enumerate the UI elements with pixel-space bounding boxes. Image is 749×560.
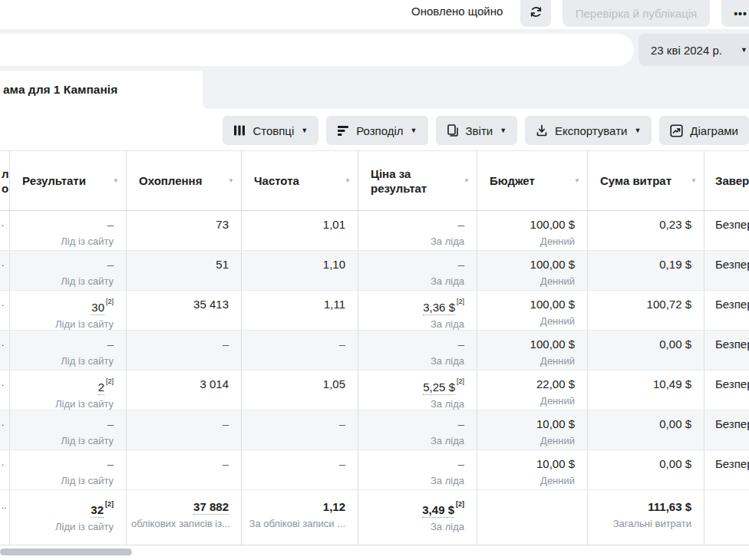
header-ends[interactable]: Завер: [704, 151, 749, 210]
table-row[interactable]: . – Лід із сайту 73 1,01 – За ліда 100,0…: [0, 211, 749, 251]
ends-cell: Безпер: [704, 291, 749, 330]
table-row[interactable]: . – Лід із сайту – – – За ліда 100,00 $ …: [0, 331, 749, 371]
charts-button[interactable]: Діаграми: [659, 116, 749, 145]
date-range-selector[interactable]: 23 кві 2024 р. ▼: [638, 34, 749, 66]
filter-band: 23 кві 2024 р. ▼: [0, 29, 749, 71]
spent-cell: 0,23 $: [588, 211, 704, 250]
header-reach[interactable]: Охоплення ▼: [127, 151, 242, 210]
table-toolbar: Стовпці ▼ Розподіл ▼ Звіти ▼ Експортуват…: [0, 109, 749, 150]
table-row[interactable]: . – Лід із сайту – – – За ліда 10,00 $ Д…: [0, 450, 749, 490]
header-results[interactable]: Результати ▼: [10, 151, 127, 210]
row-name-fragment: .: [0, 371, 10, 410]
spent-cell: 0,00 $: [588, 410, 704, 450]
table-row[interactable]: . 2[2] Ліди із сайту 3 014 1,05 5,25 $[2…: [0, 371, 749, 410]
reports-label: Звіти: [466, 124, 493, 137]
budget-cell: 100,00 $ Денний: [477, 251, 588, 290]
refresh-icon: [529, 5, 543, 22]
spent-cell: 0,00 $: [588, 331, 704, 370]
spent-cell: 100,72 $: [588, 291, 704, 330]
cost-per-result-cell: – За ліда: [358, 410, 477, 450]
budget-cell: 10,00 $ Денний: [477, 450, 588, 489]
columns-label: Стовпці: [252, 124, 294, 137]
review-publish-button[interactable]: Перевірка й публікація: [563, 0, 710, 27]
chart-icon: [670, 124, 683, 137]
cost-per-result-cell: – За ліда: [358, 331, 477, 370]
frequency-cell: 1,01: [242, 211, 358, 250]
frequency-cell: –: [242, 331, 358, 370]
results-cell: – Лід із сайту: [10, 450, 127, 489]
header-fragment: л: [2, 166, 9, 181]
columns-button[interactable]: Стовпці ▼: [223, 116, 318, 145]
row-name-fragment: .: [0, 450, 10, 489]
header-fragment: о: [2, 181, 8, 196]
table-header-row: л о Результати ▼ Охоплення ▼ Частота ▼ Ц…: [0, 150, 749, 211]
frequency-cell: –: [242, 450, 358, 489]
budget-cell: 100,00 $ Денний: [477, 331, 588, 370]
ends-total-cell: [704, 490, 749, 545]
reports-button[interactable]: Звіти ▼: [436, 116, 518, 145]
reach-cell: 73: [127, 211, 242, 250]
results-cell: 30[2] Ліди із сайту: [10, 291, 127, 330]
header-amount-spent[interactable]: Сума витрат ▼: [588, 151, 704, 210]
reach-cell: –: [127, 450, 242, 489]
header-truncated-column[interactable]: л о: [0, 151, 10, 210]
budget-cell: 100,00 $ Денний: [477, 211, 588, 250]
breakdown-icon: [337, 124, 349, 137]
budget-total-cell: [477, 490, 588, 545]
scrollbar-thumb[interactable]: [0, 548, 132, 555]
sort-caret-icon: ▼: [228, 177, 234, 184]
spent-total-cell: 111,63 $ Загальні витрати: [588, 490, 704, 545]
budget-cell: 100,00 $ Денний: [477, 291, 588, 330]
columns-icon: [233, 124, 246, 137]
summary-row: .. 32[2] Ліди із сайту 37 882 облікових …: [0, 490, 749, 545]
charts-label: Діаграми: [690, 124, 738, 137]
reports-icon: [447, 124, 459, 137]
header-cost-per-result[interactable]: Ціна за результат ▼: [358, 151, 477, 210]
row-name-fragment: .: [0, 331, 10, 370]
sort-caret-icon: ▼: [113, 177, 119, 184]
tab-strip: ама для 1 Кампанія: [0, 71, 749, 109]
row-name-fragment: .: [0, 410, 10, 450]
reach-cell: –: [127, 410, 242, 450]
results-cell: – Лід із сайту: [10, 410, 127, 450]
ads-manager-page: Оновлено щойно Перевірка й публікація ••…: [0, 0, 749, 560]
row-name-fragment: .: [0, 251, 10, 290]
ends-cell: Безпер: [704, 371, 749, 410]
sort-caret-icon: ▼: [464, 177, 470, 184]
results-total-cell: 32[2] Ліди із сайту: [10, 490, 127, 545]
ends-cell: Безпер: [704, 410, 749, 450]
reach-cell: –: [127, 331, 242, 370]
horizontal-scrollbar: [0, 547, 749, 556]
results-cell: 2[2] Ліди із сайту: [10, 371, 127, 410]
budget-cell: 22,00 $ Денний: [477, 371, 588, 410]
results-cell: – Лід із сайту: [10, 251, 127, 290]
ends-cell: Безпер: [704, 251, 749, 290]
tab-ads-for-campaign[interactable]: ама для 1 Кампанія: [0, 71, 203, 109]
results-cell: – Лід із сайту: [10, 211, 127, 250]
spent-cell: 0,00 $: [588, 450, 704, 489]
row-name-fragment: .: [0, 211, 10, 250]
reach-cell: 3 014: [127, 371, 242, 410]
table-row[interactable]: . – Лід із сайту 51 1,10 – За ліда 100,0…: [0, 251, 749, 291]
ends-cell: Безпер: [704, 450, 749, 489]
sort-caret-icon: ▼: [345, 177, 351, 184]
cost-per-result-cell: – За ліда: [358, 450, 477, 489]
chevron-down-icon: ▼: [500, 127, 506, 134]
breakdown-button[interactable]: Розподіл ▼: [326, 116, 427, 145]
cost-per-result-cell: 5,25 $[2] За ліда: [358, 371, 477, 410]
header-frequency[interactable]: Частота ▼: [242, 151, 358, 210]
spent-cell: 10,49 $: [588, 371, 704, 410]
frequency-cell: 1,10: [242, 251, 358, 290]
export-label: Експортувати: [555, 124, 627, 137]
search-input[interactable]: [0, 34, 634, 66]
header-budget[interactable]: Бюджет ▼: [477, 151, 588, 210]
chevron-down-icon: ▼: [634, 127, 641, 134]
refresh-button[interactable]: [520, 0, 551, 27]
frequency-cell: 1,11: [242, 291, 358, 330]
export-button[interactable]: Експортувати ▼: [525, 116, 652, 145]
ends-cell: Безпер: [704, 211, 749, 250]
more-options-button[interactable]: •••: [721, 0, 749, 27]
table-row[interactable]: . – Лід із сайту – – – За ліда 10,00 $ Д…: [0, 410, 749, 450]
table-row[interactable]: . 30[2] Ліди із сайту 35 413 1,11 3,36 $…: [0, 291, 749, 331]
budget-cell: 10,00 $ Денний: [477, 410, 588, 450]
